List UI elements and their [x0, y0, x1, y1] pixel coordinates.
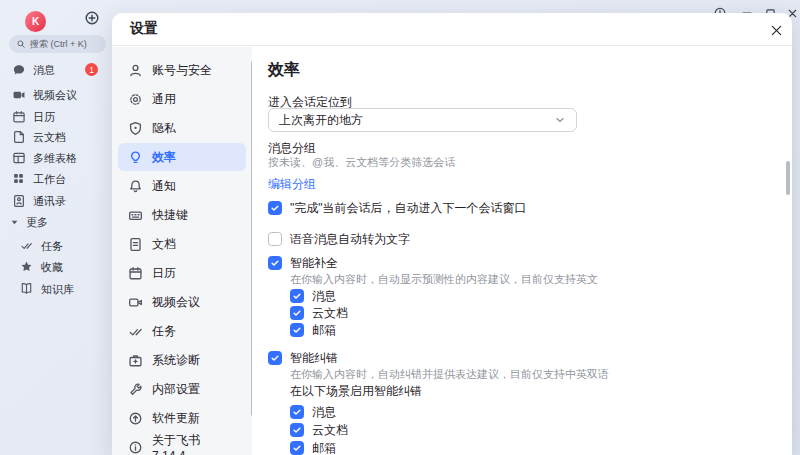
checkbox-icon [290, 423, 304, 437]
update-arrow-icon [128, 411, 143, 426]
avatar[interactable]: K [25, 11, 46, 32]
sidebar-item-more[interactable]: 更多 [0, 212, 112, 232]
video-icon [128, 295, 143, 310]
contacts-icon [12, 194, 26, 208]
nav-tasks[interactable]: 任务 [118, 317, 246, 345]
sidebar-item-base[interactable]: 多维表格 [0, 148, 112, 168]
checkbox-icon [290, 405, 304, 419]
content-scrollbar[interactable] [786, 161, 790, 195]
checkbox-icon [268, 201, 282, 215]
chevron-down-icon [554, 114, 566, 126]
plus-icon[interactable] [84, 10, 100, 26]
gear-icon [128, 92, 143, 107]
person-icon [128, 63, 143, 78]
wrench-icon [128, 382, 143, 397]
nav-video-meetings[interactable]: 视频会议 [118, 288, 246, 316]
checkbox-smart-complete-docs[interactable]: 云文档 [290, 305, 348, 321]
star-icon [20, 260, 34, 274]
search-placeholder: 搜索 (Ctrl + K) [30, 38, 87, 51]
nav-shortcuts[interactable]: 快捷键 [118, 201, 246, 229]
nav-privacy[interactable]: 隐私 [118, 114, 246, 142]
edit-groups-link[interactable]: 编辑分组 [268, 176, 316, 193]
nav-account-security[interactable]: 账号与安全 [118, 56, 246, 84]
checkbox-icon [268, 232, 282, 246]
video-icon [12, 88, 26, 102]
nav-about[interactable]: 关于飞书 7.14.4 [118, 433, 246, 455]
checkbox-auto-next-conversation[interactable]: "完成"当前会话后，自动进入下一个会话窗口 [268, 200, 527, 216]
checkbox-smart-correct-email[interactable]: 邮箱 [290, 440, 336, 455]
nav-system-diagnosis[interactable]: 系统诊断 [118, 346, 246, 374]
nav-software-update[interactable]: 软件更新 [118, 404, 246, 432]
sidebar-item-calendar[interactable]: 日历 [0, 107, 112, 127]
locate-select[interactable]: 上次离开的地方 [268, 108, 577, 132]
settings-nav: 账号与安全 通用 隐私 效率 通知 快捷键 [112, 47, 252, 455]
tasks-check-icon [20, 239, 34, 253]
checkbox-smart-correct-docs[interactable]: 云文档 [290, 422, 348, 438]
checkbox-icon [290, 306, 304, 320]
nav-notifications[interactable]: 通知 [118, 172, 246, 200]
wiki-book-icon [20, 282, 34, 296]
smart-correct-scenes-label: 在以下场景启用智能纠错 [290, 383, 422, 400]
medkit-icon [128, 353, 143, 368]
nav-calendar[interactable]: 日历 [118, 259, 246, 287]
close-dialog-button[interactable] [764, 18, 788, 42]
chevron-down-icon [10, 218, 19, 227]
sidebar-item-video-meetings[interactable]: 视频会议 [0, 85, 112, 105]
keyboard-icon [128, 208, 143, 223]
checkbox-icon [268, 256, 282, 270]
search-icon [16, 39, 26, 49]
nav-general[interactable]: 通用 [118, 85, 246, 113]
calendar-icon [128, 266, 143, 281]
unread-badge: 1 [85, 63, 98, 76]
settings-dialog: 设置 账号与安全 通用 隐私 效率 [112, 13, 792, 455]
cloud-doc-icon [12, 130, 26, 144]
base-table-icon [12, 151, 26, 165]
workbench-icon [12, 172, 26, 186]
chat-icon [12, 63, 26, 77]
sidebar-item-wiki[interactable]: 知识库 [0, 279, 112, 299]
sidebar-item-contacts[interactable]: 通讯录 [0, 191, 112, 211]
sidebar-item-cloud-docs[interactable]: 云文档 [0, 127, 112, 147]
app-sidebar: K 搜索 (Ctrl + K) 消息 1 视频会议 日历 云文档 多维表格 [0, 0, 112, 455]
checkbox-icon [290, 289, 304, 303]
nav-docs[interactable]: 文档 [118, 230, 246, 258]
efficiency-pane: 效率 进入会话定位到 上次离开的地方 消息分组 按未读、@我、云文档等分类筛选会… [252, 47, 792, 455]
page-title: 效率 [268, 60, 300, 81]
checkbox-icon [290, 323, 304, 337]
sidebar-item-workbench[interactable]: 工作台 [0, 169, 112, 189]
nav-efficiency[interactable]: 效率 [118, 143, 246, 171]
settings-title: 设置 [130, 20, 158, 38]
bell-icon [128, 179, 143, 194]
tasks-check-icon [128, 324, 143, 339]
info-icon [128, 440, 143, 455]
calendar-icon [12, 110, 26, 124]
grouping-desc: 按未读、@我、云文档等分类筛选会话 [268, 155, 455, 170]
checkbox-voice-to-text[interactable]: 语音消息自动转为文字 [268, 231, 410, 247]
smart-correct-desc: 在你输入内容时，自动纠错并提供表达建议，目前仅支持中英双语 [290, 367, 609, 382]
checkbox-smart-complete-email[interactable]: 邮箱 [290, 322, 336, 338]
settings-titlebar: 设置 [112, 13, 792, 46]
checkbox-smart-complete-messages[interactable]: 消息 [290, 288, 336, 304]
search-input[interactable]: 搜索 (Ctrl + K) [9, 35, 106, 53]
checkbox-smart-correct-messages[interactable]: 消息 [290, 404, 336, 420]
locate-select-value: 上次离开的地方 [279, 112, 363, 129]
checkbox-icon [290, 441, 304, 455]
checkbox-smart-correct[interactable]: 智能纠错 [268, 350, 338, 366]
sidebar-item-favorites[interactable]: 收藏 [0, 257, 112, 277]
checkbox-icon [268, 351, 282, 365]
privacy-shield-icon [128, 121, 143, 136]
doc-icon [128, 237, 143, 252]
sidebar-item-tasks[interactable]: 任务 [0, 236, 112, 256]
bulb-icon [128, 150, 143, 165]
nav-internal-settings[interactable]: 内部设置 [118, 375, 246, 403]
smart-complete-desc: 在你输入内容时，自动显示预测性的内容建议，目前仅支持英文 [290, 272, 598, 287]
checkbox-smart-complete[interactable]: 智能补全 [268, 255, 338, 271]
